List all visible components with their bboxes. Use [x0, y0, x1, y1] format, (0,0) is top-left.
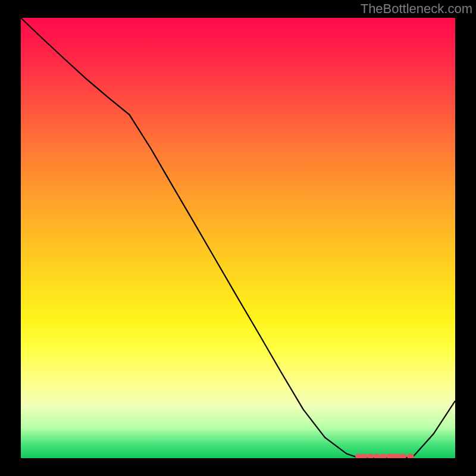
marker-dot — [367, 454, 374, 458]
marker-dot — [407, 454, 414, 458]
chart-container: TheBottleneck.com — [0, 0, 476, 476]
chart-svg — [21, 18, 455, 458]
data-line — [21, 18, 455, 458]
marker-dot — [380, 454, 387, 458]
attribution-text: TheBottleneck.com — [361, 1, 472, 17]
marker-group — [355, 454, 414, 458]
plot-area — [21, 18, 455, 458]
data-line-group — [21, 18, 455, 458]
marker-dot — [361, 454, 368, 458]
marker-dot — [374, 454, 381, 458]
